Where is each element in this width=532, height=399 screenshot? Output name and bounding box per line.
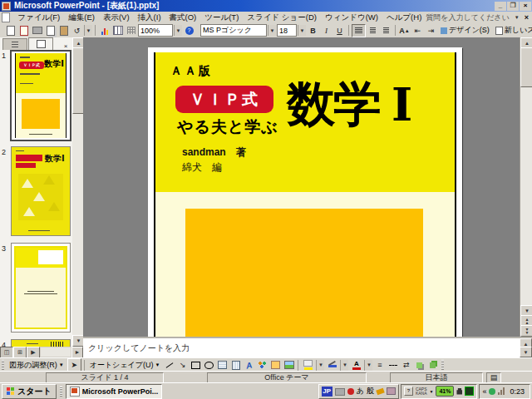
menu-view[interactable]: 表示(V) — [99, 12, 134, 23]
slide-thumbnail-3[interactable] — [11, 243, 71, 332]
vertical-textbox-tool-icon[interactable] — [229, 359, 242, 371]
oval-tool-icon[interactable] — [203, 359, 215, 371]
notes-pane[interactable]: クリックしてノートを入力 ▲ ▼ — [83, 337, 532, 359]
font-color-dropdown-icon[interactable]: ▼ — [364, 360, 372, 371]
ime-language-button[interactable]: JP — [322, 387, 332, 397]
font-name-select[interactable]: MS Pゴシック — [200, 24, 267, 37]
cover-title[interactable]: 数学Ⅰ — [287, 72, 411, 137]
messenger-icon[interactable] — [489, 388, 495, 395]
help-question-input[interactable]: 質問を入力してください — [426, 12, 512, 23]
decrease-indent-icon[interactable]: ⇤ — [411, 25, 424, 37]
numbered-list-button[interactable] — [367, 25, 379, 37]
print-icon[interactable] — [31, 25, 43, 37]
close-document-icon[interactable]: × — [521, 13, 532, 22]
open-icon[interactable] — [17, 25, 30, 37]
notes-placeholder[interactable]: クリックしてノートを入力 — [88, 342, 190, 354]
clipart-icon[interactable] — [269, 359, 282, 371]
menu-format[interactable]: 書式(O) — [165, 12, 201, 23]
menu-edit[interactable]: 編集(E) — [64, 12, 99, 23]
menu-insert[interactable]: 挿入(I) — [134, 12, 165, 23]
bold-button[interactable]: B — [307, 25, 319, 37]
italic-button[interactable]: I — [320, 25, 332, 37]
help-tray-icon[interactable]: ? — [404, 387, 413, 396]
align-left-button[interactable] — [352, 24, 366, 37]
wordart-icon[interactable]: A — [243, 359, 255, 371]
slide-thumbnail-2[interactable]: 数学Ⅰ — [11, 146, 71, 236]
fill-color-dropdown-icon[interactable]: ▼ — [316, 360, 324, 371]
line-style-icon[interactable]: ≡ — [373, 359, 386, 371]
select-arrow-icon[interactable]: ➤ — [67, 358, 81, 372]
slide-page[interactable]: ＡＡ版 ＶＩＰ式 やる夫と学ぶ 数学Ⅰ sandman 著 綿犬 編 — [148, 47, 462, 337]
editor-scrollbar[interactable]: ▲ ▼ ▲▲ ▼▼ — [520, 37, 532, 337]
design-button[interactable]: デザイン(S) — [438, 25, 492, 37]
arrow-tool-icon[interactable]: ↘ — [176, 359, 189, 371]
minimize-icon[interactable]: _ — [495, 2, 506, 11]
line-color-button[interactable] — [325, 360, 339, 371]
tab-slides[interactable] — [28, 37, 53, 50]
menu-tools[interactable]: ツール(T) — [200, 12, 243, 23]
menu-file[interactable]: ファイル(F) — [13, 12, 64, 23]
author-line-1[interactable]: sandman 著 — [182, 145, 246, 160]
bullet-list-button[interactable] — [380, 25, 392, 37]
vip-badge[interactable]: ＶＩＰ式 — [175, 86, 273, 113]
toolbar-grip[interactable] — [441, 360, 444, 370]
collapse-tray-icon[interactable]: « — [482, 387, 486, 396]
diagram-icon[interactable] — [256, 359, 268, 371]
rectangle-tool-icon[interactable] — [190, 359, 202, 371]
increase-indent-icon[interactable]: ⇥ — [425, 25, 437, 37]
task-button-powerpoint[interactable]: Microsoft PowerPoi... — [66, 384, 163, 399]
help-icon[interactable]: ? — [183, 25, 195, 37]
undo-dropdown-icon[interactable]: ▼ — [84, 25, 92, 36]
new-presentation-icon[interactable] — [4, 25, 17, 37]
printer-icon[interactable] — [335, 388, 345, 396]
3d-style-icon[interactable] — [426, 359, 439, 371]
normal-view-button[interactable]: ◫ — [0, 347, 13, 358]
draw-adjust-button[interactable]: 図形の調整(R)▼ — [7, 359, 66, 371]
chevron-down-icon[interactable]: ▼ — [430, 389, 434, 394]
copy-icon[interactable] — [44, 25, 57, 37]
power-plug-icon[interactable] — [456, 388, 462, 395]
toolbar-grip[interactable] — [2, 360, 4, 370]
menu-slideshow[interactable]: スライド ショー(D) — [243, 12, 321, 23]
panel-close-icon[interactable]: × — [61, 42, 71, 50]
paste-icon[interactable] — [57, 25, 70, 37]
editor-scrollbar-thumb[interactable] — [520, 47, 532, 87]
start-button[interactable]: スタート — [2, 384, 57, 399]
scroll-down-icon[interactable]: ▼ — [520, 347, 532, 357]
tab-outline[interactable] — [2, 38, 27, 50]
restore-icon[interactable]: ❐ — [507, 2, 519, 11]
font-size-dropdown-icon[interactable]: ▼ — [298, 25, 306, 36]
grow-font-button[interactable]: A▲ — [398, 25, 411, 37]
cover-orange-rect[interactable] — [185, 209, 423, 337]
textbox-tool-icon[interactable] — [216, 359, 229, 371]
panel-scrollbar[interactable]: ▲ ▼ — [72, 37, 83, 347]
chart-icon[interactable] — [98, 25, 111, 37]
ime-input-mode[interactable]: あ — [357, 386, 364, 397]
font-size-select[interactable]: 18 — [277, 24, 297, 37]
ime-pad-icon[interactable] — [387, 387, 396, 395]
zoom-dropdown-icon[interactable]: ▼ — [174, 25, 182, 36]
slide-editor[interactable]: ＡＡ版 ＶＩＰ式 やる夫と学ぶ 数学Ⅰ sandman 著 綿犬 編 — [83, 37, 520, 337]
brush-icon[interactable] — [376, 387, 385, 395]
ime-pen-icon[interactable] — [347, 388, 354, 395]
chevron-down-icon[interactable]: ▼ — [513, 15, 521, 20]
underline-button[interactable]: U — [333, 25, 346, 37]
show-grid-icon[interactable] — [125, 25, 137, 37]
slideshow-button[interactable]: ▶ — [27, 347, 40, 358]
line-tool-icon[interactable] — [163, 359, 175, 371]
font-color-button[interactable]: A — [349, 360, 363, 371]
font-name-dropdown-icon[interactable]: ▼ — [268, 25, 276, 36]
battery-indicator[interactable]: 41% — [436, 386, 454, 397]
slide-sorter-view-button[interactable]: ⊞ — [13, 347, 27, 358]
menu-window[interactable]: ウィンドウ(W) — [321, 12, 382, 23]
arrow-style-icon[interactable]: ⇄ — [400, 359, 412, 371]
line-color-dropdown-icon[interactable]: ▼ — [340, 360, 348, 371]
insert-picture-icon[interactable] — [283, 359, 295, 371]
shadow-style-icon[interactable] — [413, 359, 426, 371]
insert-table-icon[interactable] — [111, 25, 124, 37]
new-slide-button[interactable]: 新しいスライド(N) — [493, 25, 532, 37]
dash-style-icon[interactable] — [387, 359, 399, 371]
panel-hscroll-track[interactable] — [41, 347, 71, 357]
slide-thumbnail-1[interactable]: ＶＩＰ式 数学Ⅰ — [10, 50, 71, 141]
next-slide-icon[interactable]: ▼▼ — [520, 325, 532, 337]
